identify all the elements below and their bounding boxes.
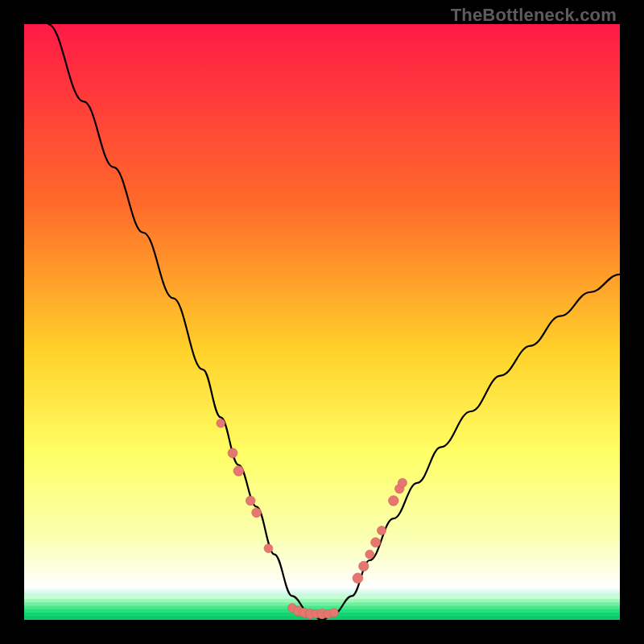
curve-layer bbox=[24, 24, 620, 620]
marker-dot bbox=[217, 419, 225, 427]
marker-dot bbox=[371, 538, 381, 547]
marker-dot bbox=[389, 496, 399, 506]
marker-dot bbox=[377, 526, 386, 535]
chart-frame: TheBottleneck.com bbox=[0, 0, 644, 644]
marker-dot bbox=[252, 508, 262, 518]
svg-rect-2 bbox=[24, 602, 620, 606]
marker-dot bbox=[329, 609, 338, 617]
bottleneck-curve bbox=[48, 24, 620, 620]
watermark-text: TheBottleneck.com bbox=[451, 5, 617, 26]
marker-dot bbox=[233, 466, 244, 477]
marker-dot bbox=[398, 478, 407, 487]
marker-dot bbox=[365, 550, 374, 559]
marker-dot bbox=[353, 573, 363, 584]
marker-dot bbox=[264, 544, 273, 553]
plot-area bbox=[24, 24, 620, 620]
highlight-markers bbox=[217, 419, 407, 618]
marker-dot bbox=[246, 496, 255, 506]
marker-dot bbox=[359, 561, 369, 571]
marker-dot bbox=[228, 448, 237, 458]
svg-rect-1 bbox=[24, 599, 620, 603]
svg-rect-0 bbox=[24, 596, 620, 600]
